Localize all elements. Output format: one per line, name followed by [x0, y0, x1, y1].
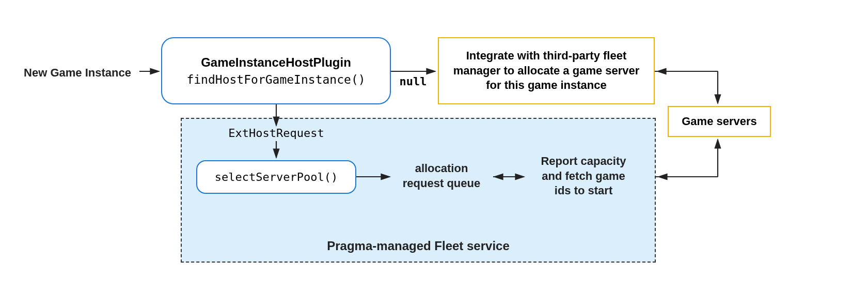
- line2: and fetch game: [542, 170, 625, 182]
- third-party-text: Integrate with third-party fleet manager…: [439, 49, 654, 93]
- plugin-method: findHostForGameInstance(): [186, 73, 365, 86]
- plugin-box: GameInstanceHostPlugin findHostForGameIn…: [161, 37, 391, 104]
- game-servers-text: Game servers: [682, 115, 757, 128]
- null-label: null: [398, 75, 429, 88]
- select-server-pool-text: selectServerPool(): [215, 171, 338, 183]
- third-party-box: Integrate with third-party fleet manager…: [438, 37, 655, 104]
- report-capacity-label: Report capacity and fetch game ids to st…: [527, 154, 640, 198]
- text: Pragma-managed Fleet service: [327, 239, 510, 253]
- ext-host-request-label: ExtHostRequest: [209, 127, 343, 140]
- line2: request queue: [403, 177, 480, 190]
- line1: Report capacity: [541, 155, 626, 167]
- select-server-pool-box: selectServerPool(): [196, 160, 356, 194]
- fleet-service-title: Pragma-managed Fleet service: [289, 238, 547, 254]
- text: New Game Instance: [24, 66, 131, 79]
- new-game-instance-label: New Game Instance: [15, 66, 139, 81]
- line3: ids to start: [555, 184, 612, 197]
- text: ExtHostRequest: [228, 127, 324, 140]
- game-servers-box: Game servers: [668, 106, 771, 137]
- line1: allocation: [415, 162, 468, 175]
- text: null: [400, 75, 427, 88]
- plugin-title: GameInstanceHostPlugin: [201, 55, 351, 70]
- allocation-queue-label: allocation request queue: [392, 161, 491, 191]
